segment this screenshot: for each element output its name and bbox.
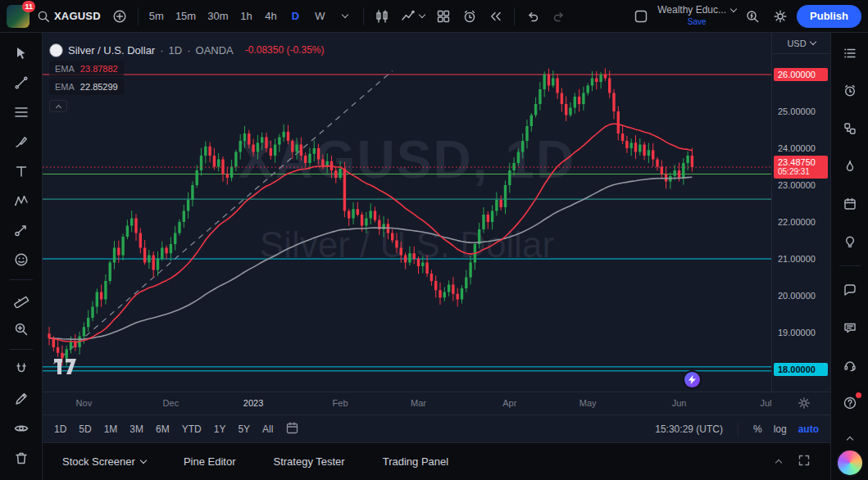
range-1y[interactable]: 1Y [214, 423, 226, 435]
drawing-mode-button[interactable] [7, 386, 36, 412]
layout-name-menu[interactable]: Wealthy Educ... Save [657, 5, 736, 27]
forecast-icon [13, 222, 30, 238]
undo-button[interactable] [521, 5, 544, 28]
auto-scale-button[interactable]: auto [798, 423, 819, 435]
settings-button[interactable] [769, 5, 792, 28]
exchange-logo [49, 43, 63, 57]
bar-replay-button[interactable] [484, 5, 507, 28]
redo-icon [552, 9, 566, 24]
indicator-legend-ema-fast[interactable]: EMA 23.87882 [49, 61, 124, 77]
timeframe-4h[interactable]: 4h [260, 5, 281, 28]
measure-tool-button[interactable] [7, 287, 36, 313]
hide-drawings-button[interactable] [7, 415, 36, 442]
object-tree-button[interactable] [835, 115, 865, 143]
range-all[interactable]: All [262, 423, 273, 435]
chart-area[interactable]: XAGUSD, 1D Silver / U.S. Dollar Silver /… [43, 33, 830, 414]
forecast-tool-button[interactable] [7, 217, 36, 243]
legend-separator: · [160, 44, 163, 57]
quick-search-button[interactable] [741, 5, 764, 28]
tab-pine-editor[interactable]: Pine Editor [184, 455, 236, 468]
tab-stock-screener[interactable]: Stock Screener [62, 455, 146, 468]
clock-utc[interactable]: 15:30:29 (UTC) [655, 423, 723, 435]
chart-style-button[interactable] [370, 5, 393, 28]
calendar-button[interactable] [835, 190, 865, 218]
sidebar-collapse-button[interactable] [835, 431, 865, 446]
legend-symbol-title[interactable]: Silver / U.S. Dollar [68, 44, 155, 57]
layout-name: Wealthy Educ... [657, 5, 726, 16]
indicator-name: EMA [55, 82, 75, 92]
layout-select-button[interactable] [629, 5, 652, 28]
time-axis-label: May [574, 398, 602, 408]
panel-maximize-button[interactable] [798, 454, 811, 469]
xabcd-pattern-tool-button[interactable] [7, 188, 36, 214]
text-tool-button[interactable] [7, 158, 36, 184]
range-1m[interactable]: 1M [104, 423, 118, 435]
save-status[interactable]: Save [688, 16, 707, 27]
indicator-legend-ema-slow[interactable]: EMA 22.85299 [49, 79, 124, 95]
help-button[interactable] [835, 389, 865, 417]
range-5y[interactable]: 5Y [238, 423, 250, 435]
tab-trading-panel[interactable]: Trading Panel [383, 455, 448, 468]
fib-retracement-tool-button[interactable] [7, 99, 36, 125]
percent-scale-button[interactable]: % [753, 423, 762, 435]
timeframe-1d[interactable]: D [284, 5, 306, 28]
minds-button[interactable] [835, 276, 865, 304]
timeframe-15m[interactable]: 15m [171, 5, 200, 28]
quick-search-icon [745, 9, 760, 24]
zoom-in-tool-button[interactable] [7, 316, 36, 342]
watchlist-button[interactable] [835, 39, 865, 67]
time-axis-label: Jul [752, 398, 780, 408]
hotlists-button[interactable] [835, 152, 865, 180]
timeframe-1h[interactable]: 1h [235, 5, 257, 28]
go-to-date-button[interactable] [285, 421, 299, 437]
timeframe-menu-button[interactable] [334, 5, 357, 28]
chat-button[interactable] [835, 314, 865, 342]
tab-label: Stock Screener [62, 455, 135, 468]
extension-icon[interactable] [838, 451, 862, 475]
timeframe-1w[interactable]: W [309, 5, 330, 28]
tab-strategy-tester[interactable]: Strategy Tester [273, 455, 344, 468]
gear-icon [773, 9, 788, 24]
user-menu-logo[interactable]: 11 [7, 5, 30, 28]
publish-button[interactable]: Publish [797, 5, 861, 28]
emoji-tool-button[interactable] [7, 247, 36, 273]
tradingview-logo[interactable] [54, 359, 82, 378]
ideas-button[interactable] [835, 228, 865, 256]
candlestick-icon [375, 9, 389, 24]
cursor-tool-button[interactable] [7, 40, 36, 66]
remove-drawings-button[interactable] [7, 445, 36, 471]
price-axis[interactable]: USD 23.48750 05:29:31 26.0000025.0000024… [771, 33, 830, 392]
eye-icon [13, 420, 30, 437]
range-ytd[interactable]: YTD [182, 423, 202, 435]
chevron-down-icon [730, 6, 737, 12]
brush-tool-button[interactable] [7, 129, 36, 155]
chart-footer-toolbar: 1D 5D 1M 3M 6M YTD 1Y 5Y All 15:30:29 (U… [43, 414, 830, 442]
alerts-button[interactable] [835, 77, 865, 105]
magnet-mode-button[interactable] [7, 356, 36, 383]
log-scale-button[interactable]: log [774, 423, 787, 435]
symbol-search-button[interactable]: XAGUSD [33, 5, 105, 28]
chat-square-icon [843, 320, 857, 335]
alert-button[interactable] [458, 5, 481, 28]
toolbar-separator [138, 7, 139, 25]
timeframe-30m[interactable]: 30m [203, 5, 232, 28]
redo-button[interactable] [548, 5, 570, 28]
symbol-legend-row[interactable]: Silver / U.S. Dollar · 1D · OANDA -0.083… [49, 41, 324, 59]
axis-settings-button[interactable] [798, 396, 811, 413]
notification-badge: 11 [22, 1, 35, 12]
undo-icon [525, 9, 540, 24]
streams-button[interactable] [835, 351, 865, 379]
indicators-button[interactable] [397, 5, 429, 28]
currency-selector[interactable]: USD [772, 33, 830, 54]
timeframe-5m[interactable]: 5m [145, 5, 168, 28]
panel-expand-button[interactable] [776, 455, 781, 468]
range-6m[interactable]: 6M [156, 423, 170, 435]
compare-add-button[interactable] [108, 5, 131, 28]
trend-line-tool-button[interactable] [7, 70, 36, 96]
layout-grid-button[interactable] [432, 5, 455, 28]
range-1d[interactable]: 1D [54, 423, 66, 435]
range-3m[interactable]: 3M [130, 423, 143, 435]
time-axis[interactable]: NovDec2023FebMarAprMayJunJul [43, 392, 830, 414]
collapse-legend-button[interactable] [49, 100, 67, 112]
range-5d[interactable]: 5D [79, 423, 91, 435]
